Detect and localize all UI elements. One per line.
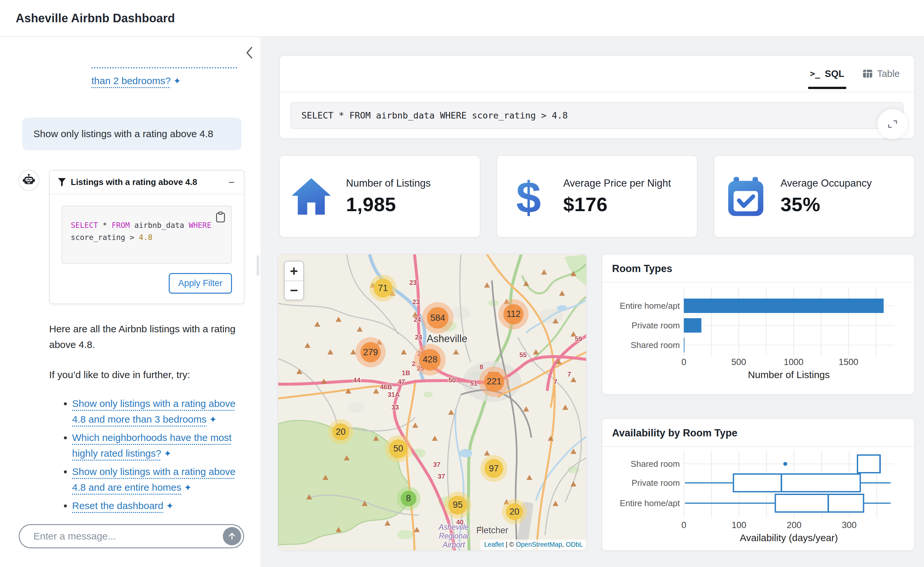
- room-types-card: Room Types Entire home/aptPrivate roomSh…: [602, 254, 915, 395]
- map-place-label: Asheville: [427, 333, 467, 345]
- sql-query-input[interactable]: SELECT * FROM airbnb_data WHERE score_ra…: [290, 102, 904, 129]
- attribution-link[interactable]: Leaflet: [484, 541, 504, 548]
- divider: [280, 92, 914, 92]
- map-cluster-marker[interactable]: 50: [389, 440, 408, 458]
- sidebar-collapse-button[interactable]: [243, 45, 256, 61]
- map-attribution: Leaflet | © OpenStreetMap, ODbL: [480, 540, 586, 550]
- robot-icon: [22, 174, 36, 187]
- road-number-label: 37: [438, 473, 445, 480]
- sparkle-icon: ✦: [184, 480, 192, 495]
- map-place-label: Fletcher: [476, 525, 509, 535]
- page-title: Asheville Airbnb Dashboard: [16, 12, 175, 25]
- map-cluster-marker[interactable]: 112: [503, 304, 524, 324]
- apply-filter-button[interactable]: Apply Filter: [169, 273, 232, 294]
- map-cluster-marker[interactable]: 221: [484, 372, 504, 392]
- room-types-bar-chart: Entire home/aptPrivate roomShared room05…: [602, 282, 914, 395]
- road-number-label: 24: [415, 334, 422, 341]
- suggestion-link[interactable]: Which neighborhoods have the most highly…: [72, 432, 232, 459]
- stat-card-listings: Number of Listings 1,985: [279, 155, 480, 238]
- app-header: Asheville Airbnb Dashboard: [0, 0, 924, 37]
- send-button[interactable]: [223, 527, 241, 545]
- road-number-label: 23: [409, 279, 417, 286]
- zoom-out-button[interactable]: −: [285, 280, 303, 300]
- terminal-icon: >_: [810, 69, 820, 79]
- road-number-label: 37: [433, 460, 440, 468]
- sql-line-1: SELECT * FROM airbnb_data WHERE: [71, 219, 222, 231]
- svg-text:500: 500: [731, 357, 746, 367]
- map-place-label: Asheville Regional Airport: [439, 523, 469, 549]
- suggestion-link[interactable]: Show only listings with a rating above 4…: [72, 398, 236, 424]
- svg-text:1500: 1500: [839, 357, 858, 367]
- road-number-label: 23: [412, 298, 420, 305]
- assistant-text-2: If you’d like to dive in further, try:: [49, 367, 243, 383]
- svg-text:Shared room: Shared room: [631, 340, 680, 350]
- sql-code-block: SELECT * FROM airbnb_data WHERE score_ra…: [62, 206, 232, 264]
- map-cluster-marker[interactable]: 584: [427, 307, 448, 328]
- stat-text: Number of Listings 1,985: [346, 177, 430, 216]
- road-number-label: 7: [554, 378, 557, 385]
- attribution-link[interactable]: ODbL: [566, 541, 583, 548]
- svg-text:300: 300: [842, 520, 856, 530]
- query-panel: >_ SQL Table SELECT * FROM airbnb_data W…: [279, 55, 915, 139]
- map-cluster-marker[interactable]: 279: [360, 342, 381, 362]
- map-cluster-marker[interactable]: 97: [484, 459, 503, 478]
- road-number-label: 46B: [380, 383, 392, 390]
- availability-box-chart: Shared roomPrivate roomEntire home/apt01…: [602, 447, 914, 551]
- map-cluster-marker[interactable]: 20: [506, 503, 523, 520]
- expand-icon: [887, 118, 898, 130]
- availability-card: Availability by Room Type Shared roomPri…: [602, 418, 915, 551]
- sparkle-icon: ✦: [164, 446, 172, 461]
- svg-text:200: 200: [787, 520, 801, 530]
- road-number-label: 40: [456, 519, 463, 526]
- filter-card-actions: Apply Filter: [50, 264, 244, 303]
- tab-sql[interactable]: >_ SQL: [810, 68, 844, 79]
- copy-button[interactable]: [215, 212, 226, 226]
- stat-card-price: $ Average Price per Night $176: [497, 155, 698, 238]
- table-icon: [863, 69, 873, 78]
- stat-text: Average Price per Night $176: [563, 177, 671, 216]
- map-cluster-marker[interactable]: 71: [373, 279, 393, 298]
- suggestion-link[interactable]: Reset the dashboard✦: [72, 500, 174, 511]
- svg-text:Entire home/apt: Entire home/apt: [620, 301, 680, 310]
- message-input[interactable]: [19, 524, 244, 548]
- suggestion-item: Reset the dashboard✦: [72, 498, 243, 514]
- map-cluster-marker[interactable]: 95: [448, 496, 467, 514]
- svg-text:Shared room: Shared room: [631, 459, 680, 469]
- stat-card-occupancy: Average Occupancy 35%: [714, 155, 915, 238]
- expand-button[interactable]: [877, 109, 907, 139]
- chart-title: Room Types: [602, 254, 914, 274]
- filter-card: Listings with a rating above 4.8 −: [49, 170, 244, 304]
- svg-text:Availability (days/year): Availability (days/year): [740, 532, 838, 543]
- map-cluster-marker[interactable]: 8: [401, 491, 417, 506]
- road-number-label: 44: [353, 376, 360, 384]
- map-cluster-marker[interactable]: 20: [332, 423, 349, 440]
- attribution-link[interactable]: OpenStreetMap: [516, 541, 562, 548]
- truncated-suggestion: than 2 bedrooms?✦: [92, 67, 238, 89]
- panel-resize-handle[interactable]: [257, 255, 259, 276]
- tab-table[interactable]: Table: [863, 68, 900, 79]
- filter-collapse-button[interactable]: −: [227, 178, 236, 187]
- calendar-check-icon: [724, 175, 767, 218]
- listings-map[interactable]: + − 7158411227942822120509789520Ashevill…: [277, 254, 587, 551]
- svg-text:100: 100: [732, 520, 746, 530]
- map-cluster-marker[interactable]: 428: [419, 349, 441, 370]
- svg-text:$: $: [516, 175, 541, 218]
- truncated-underline: [92, 67, 237, 68]
- bot-avatar: [18, 170, 39, 191]
- sql-line-2: score_rating > 4.8: [71, 231, 222, 243]
- map-zoom-control: + −: [284, 261, 304, 300]
- road-number-label: 50: [448, 376, 456, 384]
- zoom-in-button[interactable]: +: [285, 262, 303, 280]
- stat-text: Average Occupancy 35%: [781, 177, 872, 216]
- road-number-label: 2: [412, 360, 415, 368]
- svg-text:Number of Listings: Number of Listings: [748, 369, 830, 380]
- suggestion-link-truncated[interactable]: than 2 bedrooms?✦: [92, 75, 181, 86]
- dollar-icon: $: [507, 175, 550, 218]
- road-number-label: 7: [567, 370, 571, 378]
- map-canvas: [278, 254, 586, 550]
- home-icon: [290, 175, 333, 218]
- chat-scroll-area[interactable]: than 2 bedrooms?✦ Show only listings wit…: [0, 37, 257, 525]
- road-number-label: 24: [414, 316, 421, 323]
- suggestion-link[interactable]: Show only listings with a rating above 4…: [72, 466, 236, 493]
- stat-label: Average Price per Night: [563, 177, 671, 189]
